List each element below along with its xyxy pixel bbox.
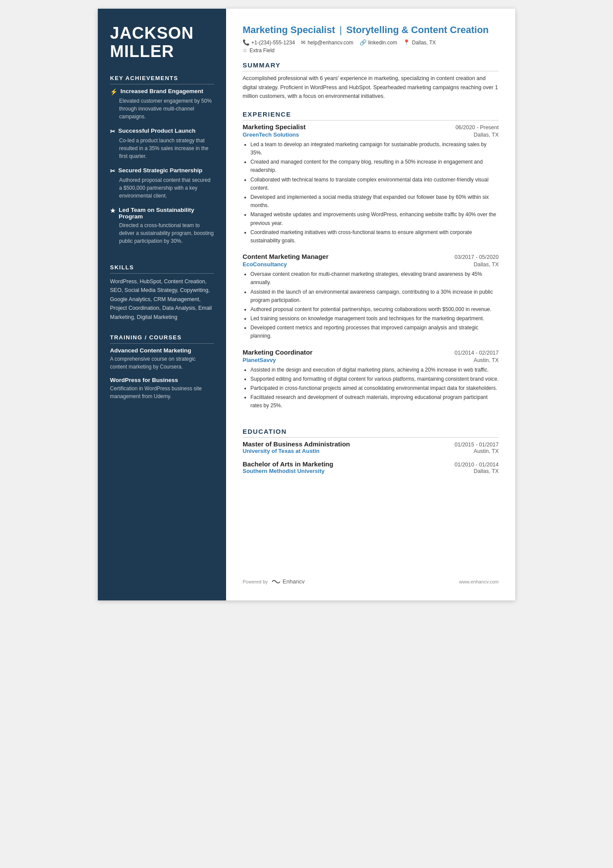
location-contact: 📍 Dallas, TX [403,39,436,46]
job-title-part2: Storytelling & Content Creation [346,24,489,36]
phone-contact: 📞 +1-(234)-555-1234 [243,39,295,46]
skills-heading: SKILLS [110,264,214,274]
edu-header: Master of Business Administration 01/201… [243,440,499,448]
edu-dates: 01/2010 - 01/2014 [455,462,499,468]
logo-icon [271,579,281,585]
bullet: Coordinated marketing initiatives with c… [250,228,499,245]
achievement-item: ⚡ Increased Brand Engagement Elevated cu… [110,88,214,121]
education-heading: EDUCATION [243,428,499,438]
bullet: Led training sessions on knowledge manag… [250,315,499,323]
bullet: Managed website updates and improvements… [250,211,499,227]
exp-company: EcoConsultancy [243,261,287,268]
footer-left: Powered by Enhancv [243,578,305,585]
edu-school: Southern Methodist University [243,468,325,474]
edu-degree: Master of Business Administration [243,440,350,448]
training-desc: A comprehensive course on strategic cont… [110,355,214,371]
location-text: Dallas, TX [412,40,436,46]
exp-company-row: PlanetSavvy Austin, TX [243,357,499,363]
extra-field-row: ☆ Extra Field [243,47,499,54]
bullet: Led a team to develop an integrated mark… [250,141,499,157]
footer-website: www.enhancv.com [459,579,499,584]
training-item: Advanced Content Marketing A comprehensi… [110,347,214,371]
exp-dates: 03/2017 - 05/2020 [455,254,499,260]
exp-dates: 01/2014 - 02/2017 [455,350,499,356]
edu-dates: 01/2015 - 01/2017 [455,442,499,448]
training-desc: Certification in WordPress business site… [110,385,214,400]
name-block: JACKSON MILLER [110,24,214,61]
email-icon: ✉ [301,39,306,46]
main-header: Marketing Specialist | Storytelling & Co… [243,24,499,54]
experience-heading: EXPERIENCE [243,111,499,121]
exp-item-3: Marketing Coordinator 01/2014 - 02/2017 … [243,349,499,410]
email-contact: ✉ help@enhancv.com [301,39,353,46]
training-item: WordPress for Business Certification in … [110,377,214,400]
achievement-title: ★ Led Team on Sustainability Program [110,207,214,220]
star-extra-icon: ☆ [243,47,247,54]
exp-header: Marketing Coordinator 01/2014 - 02/2017 [243,349,499,356]
exp-item-2: Content Marketing Manager 03/2017 - 05/2… [243,253,499,341]
achievement-title: ✂ Successful Product Launch [110,127,214,135]
location-icon: 📍 [403,39,410,46]
achievement-item: ✂ Secured Strategic Partnership Authored… [110,167,214,200]
phone-icon: 📞 [243,39,250,46]
summary-text: Accomplished professional with 6 years' … [243,74,499,101]
scissors-icon: ✂ [110,128,115,135]
training-title: Advanced Content Marketing [110,347,214,354]
exp-title: Content Marketing Manager [243,253,329,260]
exp-bullets: Led a team to develop an integrated mark… [243,141,499,245]
exp-company-row: GreenTech Solutions Dallas, TX [243,131,499,138]
job-title-part1: Marketing Specialist [243,24,335,36]
extra-field-label: Extra Field [250,47,274,54]
exp-company: PlanetSavvy [243,357,276,363]
linkedin-icon: 🔗 [360,39,366,46]
summary-heading: SUMMARY [243,61,499,71]
education-section: EDUCATION Master of Business Administrat… [243,428,499,480]
scissors-icon: ✂ [110,168,115,174]
achievement-desc: Co-led a product launch strategy that re… [110,137,214,160]
linkedin-contact: 🔗 linkedin.com [360,39,397,46]
experience-section: EXPERIENCE Marketing Specialist 06/2020 … [243,111,499,418]
edu-school-row: University of Texas at Austin Austin, TX [243,448,499,454]
bullet: Developed and implemented a social media… [250,193,499,210]
exp-dates: 06/2020 - Present [456,124,499,131]
edu-item-2: Bachelor of Arts in Marketing 01/2010 - … [243,460,499,474]
training-section: TRAINING / COURSES Advanced Content Mark… [110,334,214,406]
edu-school: University of Texas at Austin [243,448,320,454]
bullet: Authored proposal content for potential … [250,305,499,314]
brand-name: Enhancv [283,578,305,585]
exp-title: Marketing Specialist [243,123,306,131]
bullet: Oversaw content creation for multi-chann… [250,270,499,287]
skills-section: SKILLS WordPress, HubSpot, Content Creat… [110,264,214,322]
main-content: Marketing Specialist | Storytelling & Co… [226,9,515,600]
exp-bullets: Assisted in the design and execution of … [243,366,499,410]
achievement-item: ✂ Successful Product Launch Co-led a pro… [110,127,214,160]
phone-number: +1-(234)-555-1234 [251,40,295,46]
page-footer: Powered by Enhancv www.enhancv.com [243,571,499,585]
exp-header: Marketing Specialist 06/2020 - Present [243,123,499,131]
achievement-title: ✂ Secured Strategic Partnership [110,167,214,174]
exp-company-row: EcoConsultancy Dallas, TX [243,261,499,268]
enhancv-logo: Enhancv [271,578,305,585]
bullet: Created and managed content for the comp… [250,158,499,174]
sidebar: JACKSON MILLER KEY ACHIEVEMENTS ⚡ Increa… [98,9,226,600]
bullet: Developed content metrics and reporting … [250,324,499,340]
bolt-icon: ⚡ [110,88,117,95]
achievement-desc: Directed a cross-functional team to deli… [110,221,214,245]
bullet: Assisted in the design and execution of … [250,366,499,374]
training-title: WordPress for Business [110,377,214,383]
edu-header: Bachelor of Arts in Marketing 01/2010 - … [243,460,499,468]
bullet: Assisted in the launch of an environment… [250,288,499,305]
skills-text: WordPress, HubSpot, Content Creation, SE… [110,277,214,322]
exp-header: Content Marketing Manager 03/2017 - 05/2… [243,253,499,260]
exp-location: Austin, TX [474,357,499,363]
training-heading: TRAINING / COURSES [110,334,214,344]
edu-degree: Bachelor of Arts in Marketing [243,460,333,468]
achievement-desc: Authored proposal content that secured a… [110,176,214,200]
powered-by-label: Powered by [243,579,268,584]
linkedin-url: linkedin.com [368,40,397,46]
achievement-title: ⚡ Increased Brand Engagement [110,88,214,95]
exp-company: GreenTech Solutions [243,131,299,138]
bullet: Collaborated with technical teams to tra… [250,176,499,192]
exp-location: Dallas, TX [474,261,499,268]
job-title-bar: Marketing Specialist | Storytelling & Co… [243,24,499,36]
